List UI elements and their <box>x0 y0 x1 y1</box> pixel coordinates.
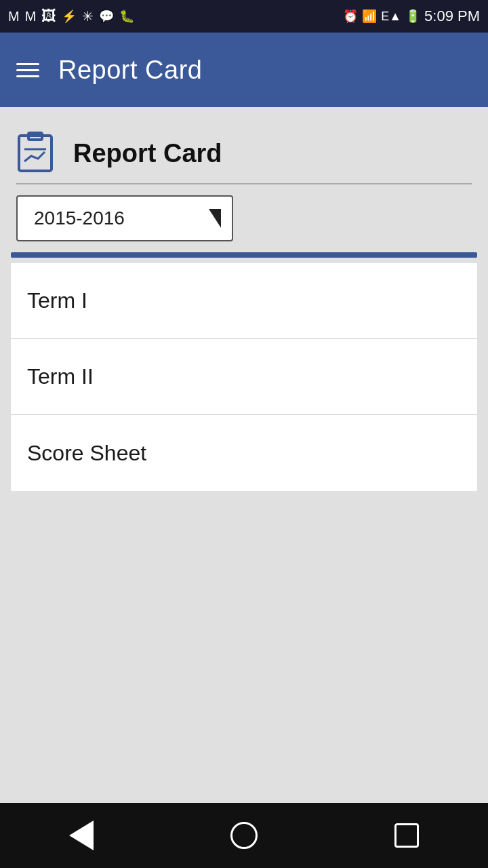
report-card-icon <box>16 132 60 175</box>
home-icon <box>230 822 258 849</box>
hamburger-line-1 <box>16 63 39 65</box>
bottom-nav <box>0 803 488 868</box>
gmail2-icon: M <box>25 9 37 24</box>
gmail-icon: M <box>8 9 20 24</box>
back-icon <box>69 821 94 850</box>
term-2-label: Term II <box>27 364 94 389</box>
dropdown-arrow-icon <box>209 209 221 228</box>
list-item-term-1[interactable]: Term I <box>11 263 477 339</box>
menu-button[interactable] <box>16 63 39 77</box>
app-bar: Report Card <box>0 33 488 107</box>
list-item-score-sheet[interactable]: Score Sheet <box>11 415 477 491</box>
battery-icon: 🔋 <box>405 9 420 24</box>
hamburger-line-2 <box>16 69 39 71</box>
year-selector-wrapper: 2015-2016 <box>11 195 477 252</box>
signal-icon: E▲ <box>381 9 401 24</box>
year-dropdown[interactable]: 2015-2016 <box>16 195 233 241</box>
recents-icon <box>394 823 419 848</box>
image-icon: 🖼 <box>41 7 56 25</box>
bug-icon: 🐛 <box>119 9 134 24</box>
content-area: Report Card 2015-2016 Term I Term II Sco… <box>0 107 488 803</box>
wifi-icon: 📶 <box>362 9 377 24</box>
status-bar: M M 🖼 ⚡ ✳ 💬 🐛 ⏰ 📶 E▲ 🔋 5:09 PM <box>0 0 488 33</box>
status-left-icons: M M 🖼 ⚡ ✳ 💬 🐛 <box>8 7 134 25</box>
list-item-term-2[interactable]: Term II <box>11 339 477 415</box>
status-time: 5:09 PM <box>424 7 480 25</box>
usb-icon: ⚡ <box>62 9 77 24</box>
app-bar-title: Report Card <box>58 56 202 85</box>
nav-recents-button[interactable] <box>380 808 434 863</box>
term-1-label: Term I <box>27 288 87 313</box>
nav-home-button[interactable] <box>217 808 271 863</box>
alarm-icon: ⏰ <box>343 9 358 24</box>
hamburger-line-3 <box>16 75 39 77</box>
accent-bar <box>11 252 477 258</box>
status-right-icons: ⏰ 📶 E▲ 🔋 5:09 PM <box>343 7 480 25</box>
wheel-icon: ✳ <box>82 8 94 24</box>
score-sheet-label: Score Sheet <box>27 441 146 466</box>
terms-list: Term I Term II Score Sheet <box>11 263 477 491</box>
page-title: Report Card <box>73 139 222 168</box>
header-divider <box>16 183 472 184</box>
nav-back-button[interactable] <box>54 808 108 863</box>
page-header: Report Card <box>11 121 477 183</box>
year-value: 2015-2016 <box>34 208 125 229</box>
chat-icon: 💬 <box>99 9 114 24</box>
